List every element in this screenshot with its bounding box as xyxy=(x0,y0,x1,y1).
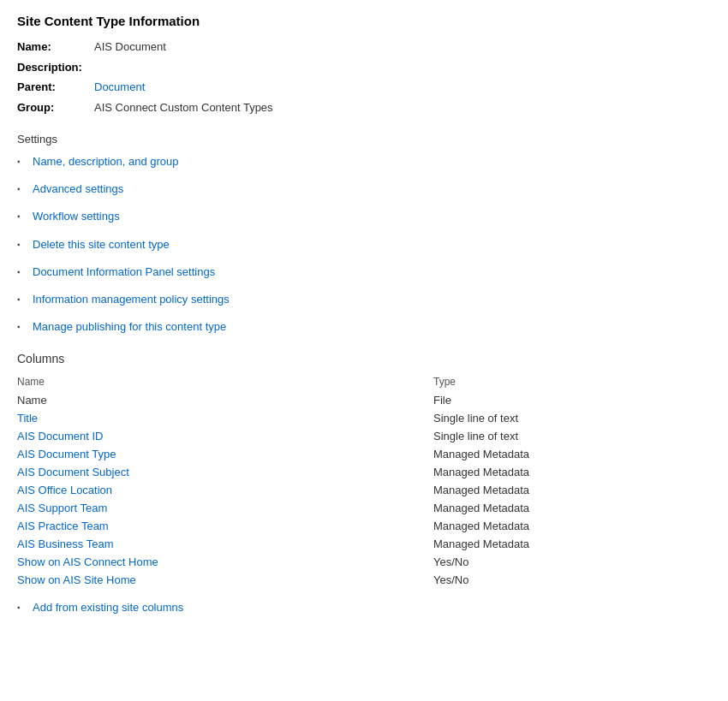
table-row: AIS Support TeamManaged Metadata xyxy=(17,499,711,517)
column-name-link[interactable]: AIS Document Type xyxy=(17,448,116,460)
column-type-cell: Yes/No xyxy=(433,571,711,589)
column-type-cell: Managed Metadata xyxy=(433,535,711,553)
column-type-cell: Single line of text xyxy=(433,427,711,445)
settings-item-advanced: ▪ Advanced settings xyxy=(17,181,711,197)
table-row: NameFile xyxy=(17,391,711,409)
table-row: TitleSingle line of text xyxy=(17,409,711,427)
settings-item-name-description: ▪ Name, description, and group xyxy=(17,154,711,169)
table-row: AIS Office LocationManaged Metadata xyxy=(17,481,711,499)
settings-link-workflow[interactable]: Workflow settings xyxy=(33,209,120,224)
column-type-cell: Managed Metadata xyxy=(433,517,711,535)
parent-link[interactable]: Document xyxy=(94,80,145,93)
column-type-cell: Managed Metadata xyxy=(433,499,711,517)
info-label-description: Description: xyxy=(17,59,94,76)
columns-table: Name Type NameFileTitleSingle line of te… xyxy=(17,374,711,589)
add-from-existing-link[interactable]: Add from existing site columns xyxy=(33,601,183,614)
column-type-cell: Single line of text xyxy=(433,409,711,427)
settings-link-info-policy[interactable]: Information management policy settings xyxy=(33,292,230,307)
settings-list: ▪ Name, description, and group ▪ Advance… xyxy=(17,154,711,335)
settings-link-delete[interactable]: Delete this site content type xyxy=(33,237,170,252)
column-name-link[interactable]: Show on AIS Connect Home xyxy=(17,555,158,568)
column-name-link[interactable]: AIS Business Team xyxy=(17,538,113,550)
bullet-icon: ▪ xyxy=(17,266,29,278)
info-value-name: AIS Document xyxy=(94,39,166,56)
info-label-parent: Parent: xyxy=(17,79,94,96)
table-row: AIS Document TypeManaged Metadata xyxy=(17,445,711,463)
column-type-cell: Yes/No xyxy=(433,553,711,571)
columns-heading: Columns xyxy=(17,352,711,365)
column-name-link[interactable]: AIS Document ID xyxy=(17,430,103,443)
table-row: Show on AIS Site HomeYes/No xyxy=(17,571,711,589)
column-name-cell: AIS Document ID xyxy=(17,427,433,445)
bullet-icon: ▪ xyxy=(17,239,29,251)
column-name-cell: AIS Support Team xyxy=(17,499,433,517)
settings-item-workflow: ▪ Workflow settings xyxy=(17,209,711,224)
bullet-icon: ▪ xyxy=(17,211,29,223)
bullet-icon: ▪ xyxy=(17,603,29,612)
column-type-cell: File xyxy=(433,391,711,409)
column-name-cell: AIS Practice Team xyxy=(17,517,433,535)
settings-link-document-panel[interactable]: Document Information Panel settings xyxy=(33,264,215,280)
table-row: AIS Document IDSingle line of text xyxy=(17,427,711,445)
settings-link-advanced[interactable]: Advanced settings xyxy=(33,181,123,197)
page-title: Site Content Type Information xyxy=(17,14,711,28)
settings-link-name-description[interactable]: Name, description, and group xyxy=(33,154,179,169)
column-name-link[interactable]: AIS Office Location xyxy=(17,484,112,496)
info-row-parent: Parent: Document xyxy=(17,79,711,96)
settings-item-delete: ▪ Delete this site content type xyxy=(17,237,711,252)
column-name-link[interactable]: AIS Practice Team xyxy=(17,520,109,532)
column-name-cell: AIS Business Team xyxy=(17,535,433,553)
settings-heading: Settings xyxy=(17,133,711,146)
column-name-cell: Show on AIS Site Home xyxy=(17,571,433,589)
column-type-cell: Managed Metadata xyxy=(433,445,711,463)
table-row: Show on AIS Connect HomeYes/No xyxy=(17,553,711,571)
column-type-cell: Managed Metadata xyxy=(433,481,711,499)
column-name-cell: AIS Document Type xyxy=(17,445,433,463)
bullet-icon: ▪ xyxy=(17,321,29,333)
info-label-group: Group: xyxy=(17,99,94,116)
table-row: AIS Document SubjectManaged Metadata xyxy=(17,463,711,481)
bullet-icon: ▪ xyxy=(17,183,29,195)
bullet-icon: ▪ xyxy=(17,294,29,306)
col-name-header: Name xyxy=(17,374,433,391)
info-value-group: AIS Connect Custom Content Types xyxy=(94,99,273,116)
info-value-parent: Document xyxy=(94,79,145,96)
column-name-link[interactable]: AIS Document Subject xyxy=(17,466,129,478)
info-row-description: Description: xyxy=(17,59,711,76)
info-table: Name: AIS Document Description: Parent: … xyxy=(17,39,711,116)
settings-item-document-panel: ▪ Document Information Panel settings xyxy=(17,264,711,280)
columns-table-header-row: Name Type xyxy=(17,374,711,391)
info-row-name: Name: AIS Document xyxy=(17,39,711,56)
table-row: AIS Business TeamManaged Metadata xyxy=(17,535,711,553)
settings-item-manage-publishing: ▪ Manage publishing for this content typ… xyxy=(17,319,711,335)
info-row-group: Group: AIS Connect Custom Content Types xyxy=(17,99,711,116)
settings-item-info-policy: ▪ Information management policy settings xyxy=(17,292,711,307)
add-from-existing-row: ▪ Add from existing site columns xyxy=(17,601,711,614)
column-name-link[interactable]: AIS Support Team xyxy=(17,502,107,514)
settings-link-manage-publishing[interactable]: Manage publishing for this content type xyxy=(33,319,226,335)
column-name-cell: Title xyxy=(17,409,433,427)
column-name-cell: Name xyxy=(17,391,433,409)
column-name-cell: AIS Office Location xyxy=(17,481,433,499)
info-label-name: Name: xyxy=(17,39,94,56)
columns-section: Columns Name Type NameFileTitleSingle li… xyxy=(17,352,711,614)
column-name-link[interactable]: Title xyxy=(17,412,38,425)
column-type-cell: Managed Metadata xyxy=(433,463,711,481)
column-name-cell: Show on AIS Connect Home xyxy=(17,553,433,571)
bullet-icon: ▪ xyxy=(17,156,29,168)
column-name-cell: AIS Document Subject xyxy=(17,463,433,481)
table-row: AIS Practice TeamManaged Metadata xyxy=(17,517,711,535)
column-name-link[interactable]: Show on AIS Site Home xyxy=(17,573,136,586)
col-type-header: Type xyxy=(433,374,711,391)
